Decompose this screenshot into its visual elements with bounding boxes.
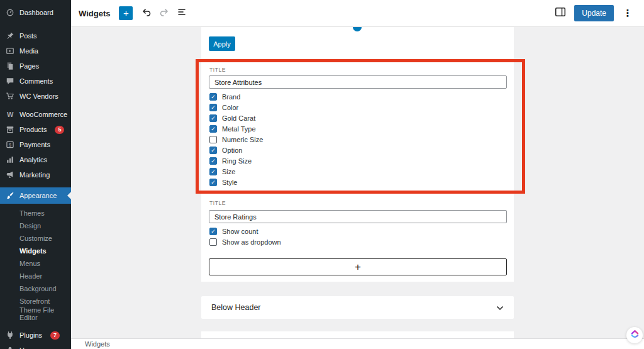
sidebar-item-comments[interactable]: Comments <box>0 74 71 89</box>
sidebar-item-pages[interactable]: Pages <box>0 58 71 74</box>
undo-icon <box>141 6 152 20</box>
pages-icon <box>6 62 14 70</box>
sidebar-item-users[interactable]: Users <box>0 343 71 349</box>
sidebar-subitem-header[interactable]: Header <box>0 270 71 282</box>
chevron-down-icon <box>496 302 504 313</box>
add-block-button[interactable]: + <box>119 6 133 20</box>
widget-title-input[interactable] <box>209 210 507 223</box>
option-label: Style <box>222 179 237 186</box>
sidebar-subitem-widgets[interactable]: Widgets <box>0 245 71 257</box>
option-row: ✓Option <box>209 147 263 154</box>
below-header-section[interactable]: Below Header <box>201 296 514 319</box>
sidebar-item-label: Dashboard <box>19 9 53 16</box>
sidebar-subitem-storefront[interactable]: Storefront <box>0 295 71 307</box>
checkbox-checked[interactable]: ✓ <box>209 147 217 154</box>
sidebar-item-label: Marketing <box>19 171 50 179</box>
sidebar-item-label: WooCommerce <box>19 111 67 118</box>
widget-title-input[interactable] <box>209 75 507 89</box>
option-row: ✓Size <box>209 168 263 175</box>
checkbox-unchecked[interactable] <box>209 238 217 246</box>
apply-button[interactable]: Apply <box>209 36 235 51</box>
appearance-submenu: ThemesDesignCustomizeWidgetsMenusHeaderB… <box>0 204 71 325</box>
sidebar-item-label: WC Vendors <box>19 92 58 100</box>
sidebar-item-dashboard[interactable]: Dashboard <box>0 5 71 20</box>
checkbox-checked[interactable]: ✓ <box>209 179 217 186</box>
sidebar-item-plugins[interactable]: Plugins7 <box>0 328 71 343</box>
sidebar-item-label: Media <box>19 47 38 55</box>
title-field-label: TITLE <box>209 67 226 73</box>
admin-footer: Widgets <box>71 338 644 349</box>
widget-area-panel: Apply TITLE ✓Brand✓Color✓Gold Carat✓Meta… <box>201 27 514 282</box>
block-appender-button[interactable]: + <box>209 258 507 275</box>
sidebar-subitem-background[interactable]: Background <box>0 282 71 295</box>
settings-drawer-icon <box>555 7 566 19</box>
checkbox-checked[interactable]: ✓ <box>209 104 217 111</box>
rating-options-list: ✓Show countShow as dropdown <box>209 228 281 246</box>
clickup-widget-button[interactable] <box>626 327 643 343</box>
sidebar-item-woocommerce[interactable]: WWooCommerce <box>0 107 71 122</box>
sidebar-item-appearance[interactable]: Appearance <box>0 187 71 204</box>
sidebar-item-payments[interactable]: $Payments <box>0 137 71 152</box>
option-row: ✓Metal Type <box>209 125 263 133</box>
list-view-icon <box>176 6 187 20</box>
sidebar-item-label: Comments <box>19 77 53 85</box>
option-row: ✓Ring Size <box>209 157 263 165</box>
checkbox-checked[interactable]: ✓ <box>209 228 217 235</box>
redo-button[interactable] <box>157 6 172 21</box>
option-row: Numeric Size <box>209 136 263 143</box>
checkbox-checked[interactable]: ✓ <box>209 93 217 101</box>
block-inserter-dot[interactable] <box>353 27 362 31</box>
option-label: Numeric Size <box>222 136 263 143</box>
option-row: ✓Brand <box>209 93 263 101</box>
option-row: Show as dropdown <box>209 238 281 246</box>
sidebar-item-analytics[interactable]: Analytics <box>0 152 71 167</box>
sidebar-subitem-themes[interactable]: Themes <box>0 207 71 219</box>
option-label: Show count <box>222 228 258 235</box>
sidebar-item-label: Analytics <box>19 156 47 163</box>
option-label: Color <box>222 104 238 111</box>
undo-button[interactable] <box>139 6 154 21</box>
sidebar-subitem-menus[interactable]: Menus <box>0 257 71 270</box>
cart-icon <box>6 92 14 101</box>
section-title: Below Header <box>211 303 261 312</box>
sidebar-item-marketing[interactable]: Marketing <box>0 167 71 182</box>
attribute-options-list: ✓Brand✓Color✓Gold Carat✓Metal TypeNumeri… <box>209 93 263 186</box>
plugins-icon <box>6 331 14 340</box>
options-menu-button[interactable]: ⋮ <box>620 6 635 21</box>
posts-icon <box>6 31 14 40</box>
footer-breadcrumb: Widgets <box>85 340 110 348</box>
count-badge: 5 <box>55 126 64 134</box>
appearance-icon <box>6 191 14 200</box>
redo-icon <box>158 6 170 20</box>
sidebar-item-posts[interactable]: Posts <box>0 28 71 43</box>
settings-sidebar-toggle[interactable] <box>553 6 568 21</box>
sidebar-subitem-design[interactable]: Design <box>0 219 71 232</box>
sidebar-item-label: Pages <box>19 62 39 70</box>
list-view-button[interactable] <box>174 6 189 21</box>
sidebar-item-label: Payments <box>19 141 50 148</box>
sidebar-subitem-theme-file-editor[interactable]: Theme File Editor <box>0 307 71 320</box>
payments-icon: $ <box>6 140 14 149</box>
count-badge: 7 <box>50 331 60 340</box>
option-label: Metal Type <box>222 125 256 133</box>
checkbox-checked[interactable]: ✓ <box>209 114 217 122</box>
svg-text:$: $ <box>9 143 11 147</box>
option-label: Show as dropdown <box>222 238 281 246</box>
dashboard-icon <box>6 8 14 17</box>
sidebar-item-products[interactable]: Products5 <box>0 122 71 137</box>
checkbox-checked[interactable]: ✓ <box>209 125 217 133</box>
option-label: Size <box>222 168 235 175</box>
option-row: ✓Color <box>209 104 263 111</box>
checkbox-checked[interactable]: ✓ <box>209 157 217 165</box>
editor-canvas: Apply TITLE ✓Brand✓Color✓Gold Carat✓Meta… <box>71 27 644 349</box>
sidebar-item-label: Appearance <box>19 192 57 199</box>
sidebar-item-media[interactable]: Media <box>0 43 71 58</box>
sidebar-subitem-customize[interactable]: Customize <box>0 232 71 245</box>
sidebar-item-wc-vendors[interactable]: WC Vendors <box>0 89 71 104</box>
update-button[interactable]: Update <box>574 5 614 21</box>
ellipsis-icon: ⋮ <box>623 8 633 19</box>
checkbox-unchecked[interactable] <box>209 136 217 143</box>
users-icon <box>6 346 14 349</box>
checkbox-checked[interactable]: ✓ <box>209 168 217 175</box>
admin-sidebar: DashboardPostsMediaPagesCommentsWC Vendo… <box>0 0 71 349</box>
